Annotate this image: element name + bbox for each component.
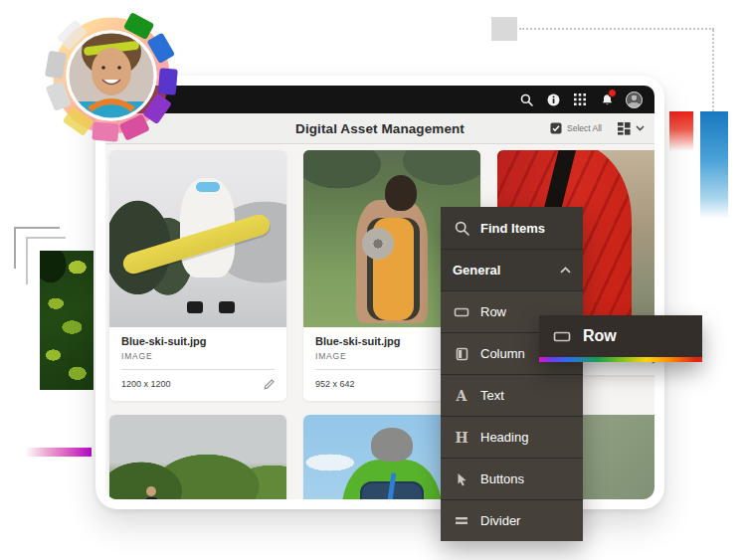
menu-item-heading[interactable]: H Heading: [441, 416, 583, 458]
asset-thumbnail-park: [109, 415, 286, 499]
edit-pencil-icon[interactable]: [264, 379, 275, 390]
menu-item-label: Divider: [480, 513, 520, 528]
asset-filename: Blue-ski-suit.jpg: [121, 335, 275, 347]
apps-grid-icon[interactable]: [572, 92, 588, 107]
text-icon: A: [453, 388, 470, 404]
search-icon: [453, 221, 470, 236]
asset-card[interactable]: Blue-ski-suit.jpg IMAGE 1200 x 1200: [109, 150, 286, 401]
search-icon[interactable]: [518, 92, 534, 107]
app-topbar: [105, 86, 654, 113]
menu-item-label: Find Items: [480, 221, 545, 236]
divider-icon: [453, 516, 470, 525]
column-icon: [453, 347, 470, 361]
select-all-button[interactable]: Select All: [550, 122, 602, 134]
menu-item-label: Row: [480, 304, 506, 319]
help-icon[interactable]: [545, 92, 561, 107]
decor-dotted-line-horizontal: [519, 28, 714, 30]
decor-dotted-line-vertical: [712, 30, 714, 111]
page-title: Digital Asset Management: [295, 121, 465, 136]
menu-item-label: Column: [480, 346, 525, 361]
row-icon: [553, 330, 571, 343]
menu-item-divider[interactable]: Divider: [441, 499, 583, 541]
avatar-color-wheel-photo: [42, 6, 181, 145]
asset-thumbnail-snowboarder: [109, 150, 286, 327]
decor-red-gradient-bar: [669, 111, 693, 151]
user-avatar[interactable]: [626, 92, 643, 108]
menu-item-label: Heading: [480, 430, 528, 445]
asset-card[interactable]: [109, 415, 286, 499]
select-all-label: Select All: [567, 123, 602, 133]
notification-badge: [608, 89, 617, 97]
menu-item-text[interactable]: A Text: [441, 374, 583, 416]
row-flyout[interactable]: Row: [539, 315, 702, 362]
rainbow-underline: [539, 357, 702, 362]
menu-item-label: Text: [480, 388, 504, 403]
decor-pink-gradient-bar: [25, 448, 92, 457]
cursor-icon: [453, 472, 470, 486]
asset-type-label: IMAGE: [121, 351, 275, 361]
heading-icon: H: [453, 430, 470, 446]
decor-forest-photo: [40, 251, 93, 390]
components-menu: Find Items General Row Column A Text H H…: [441, 207, 583, 541]
decor-blue-gradient-bar: [700, 111, 728, 219]
menu-item-label: Buttons: [480, 471, 524, 486]
app-toolbar: Digital Asset Management Select All: [105, 113, 654, 144]
row-icon: [453, 306, 470, 318]
grid-view-icon: [618, 122, 631, 135]
checkbox-icon: [550, 122, 562, 134]
menu-item-buttons[interactable]: Buttons: [441, 458, 583, 499]
view-toggle-button[interactable]: [618, 122, 645, 135]
menu-section-label: General: [453, 263, 500, 278]
notifications-bell-icon[interactable]: [599, 92, 615, 107]
asset-dimensions: 952 x 642: [315, 379, 355, 389]
chevron-down-icon: [636, 125, 645, 131]
menu-find-items[interactable]: Find Items: [441, 207, 583, 249]
decor-gray-square: [491, 17, 517, 41]
flyout-label: Row: [583, 327, 617, 345]
asset-dimensions: 1200 x 1200: [121, 379, 171, 389]
menu-section-general[interactable]: General: [441, 249, 583, 290]
chevron-up-icon: [560, 267, 571, 274]
